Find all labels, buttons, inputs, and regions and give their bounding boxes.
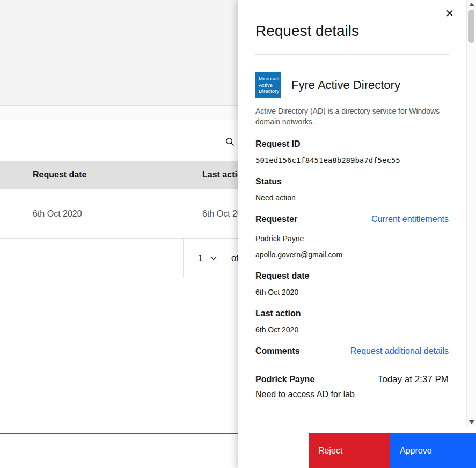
microsoft-active-directory-logo: Microsoft Active Directory <box>255 72 281 98</box>
close-button[interactable]: ✕ <box>444 8 456 19</box>
request-details-panel: ✕ Request details Microsoft Active Direc… <box>238 0 476 468</box>
request-additional-details-link[interactable]: Request additional details <box>350 346 449 356</box>
requester-email: apollo.govern@gmail.com <box>255 250 449 259</box>
comments-divider <box>255 367 449 367</box>
comment-header: Podrick Payne Today at 2:37 PM <box>255 374 449 385</box>
requester-label: Requester <box>255 214 297 224</box>
comments-label: Comments <box>255 346 300 356</box>
comment-timestamp: Today at 2:37 PM <box>378 374 449 385</box>
status-value: Need action <box>255 194 449 202</box>
approve-button[interactable]: Approve <box>390 433 476 468</box>
request-date-label: Request date <box>255 271 449 281</box>
current-entitlements-link[interactable]: Current entitlements <box>371 214 449 224</box>
title-divider <box>255 54 449 55</box>
vertical-scrollbar[interactable] <box>466 0 476 427</box>
panel-title: Request details <box>255 21 449 41</box>
logo-line: Active <box>259 82 281 88</box>
status-label: Status <box>255 177 449 187</box>
footer-spacer <box>238 433 309 468</box>
request-id-value: 501ed156c1f8451ea8b289ba7df5ec55 <box>255 156 449 165</box>
application-row: Microsoft Active Directory Fyre Active D… <box>255 72 449 98</box>
reject-button[interactable]: Reject <box>309 433 390 468</box>
page-number-value: 1 <box>198 254 203 263</box>
logo-line: Directory <box>259 88 281 94</box>
cell-request-date: 6th Oct 2020 <box>33 189 82 239</box>
scroll-down-arrow-icon[interactable] <box>469 420 474 424</box>
comment-author: Podrick Payne <box>255 375 314 384</box>
request-id-label: Request ID <box>255 139 449 149</box>
column-header-request-date[interactable]: Request date <box>33 161 86 189</box>
search-icon <box>225 137 235 146</box>
focus-accent-line <box>0 433 238 434</box>
page-number-select[interactable]: 1 <box>183 239 217 277</box>
panel-scroll-area: ✕ Request details Microsoft Active Direc… <box>238 0 466 433</box>
last-action-label: Last action <box>255 309 449 318</box>
application-name: Fyre Active Directory <box>291 78 400 92</box>
request-date-value: 6th Oct 2020 <box>255 288 449 296</box>
requester-name: Podrick Payne <box>255 234 449 243</box>
comment-text: Need to access AD for lab <box>255 390 449 399</box>
logo-line: Microsoft <box>259 76 281 82</box>
application-description: Active Directory (AD) is a directory ser… <box>255 106 449 127</box>
last-action-value: 6th Oct 2020 <box>255 325 449 334</box>
panel-footer: Reject Approve <box>238 433 476 468</box>
scrollbar-thumb[interactable] <box>468 10 474 43</box>
chevron-down-icon <box>210 256 217 261</box>
scroll-up-arrow-icon[interactable] <box>469 3 474 6</box>
